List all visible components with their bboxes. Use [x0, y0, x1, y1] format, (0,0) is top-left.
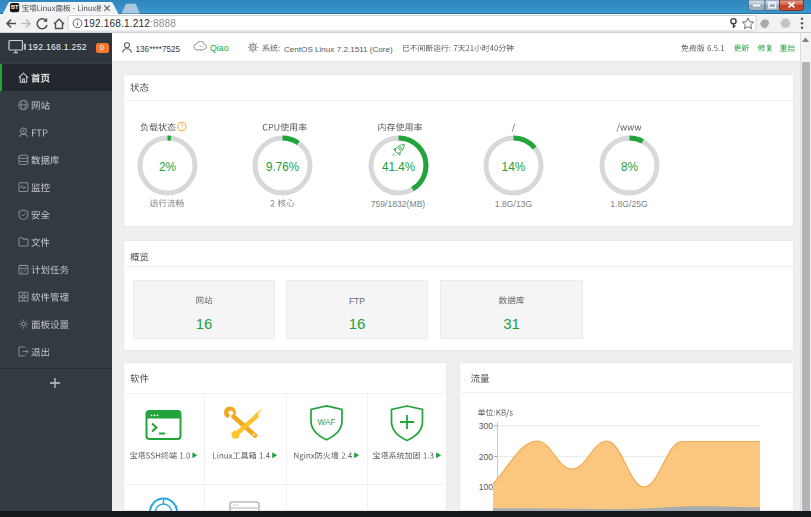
- svg-text:WAF: WAF: [318, 418, 336, 427]
- svg-text:1.8G/25G: 1.8G/25G: [610, 199, 648, 209]
- svg-text:200: 200: [479, 452, 494, 462]
- svg-text:8%: 8%: [621, 159, 638, 174]
- svg-text:300: 300: [479, 421, 494, 431]
- svg-text:759/1832(MB): 759/1832(MB): [371, 199, 426, 209]
- svg-text:31: 31: [503, 315, 520, 332]
- svg-text:1.8G/13G: 1.8G/13G: [495, 199, 533, 209]
- svg-text:9.76%: 9.76%: [266, 159, 299, 174]
- svg-text:16: 16: [196, 315, 213, 332]
- svg-text:100: 100: [479, 482, 494, 492]
- svg-text:16: 16: [349, 315, 366, 332]
- svg-text:41.4%: 41.4%: [382, 159, 415, 174]
- svg-text:2%: 2%: [159, 159, 176, 174]
- svg-text:14%: 14%: [502, 159, 526, 174]
